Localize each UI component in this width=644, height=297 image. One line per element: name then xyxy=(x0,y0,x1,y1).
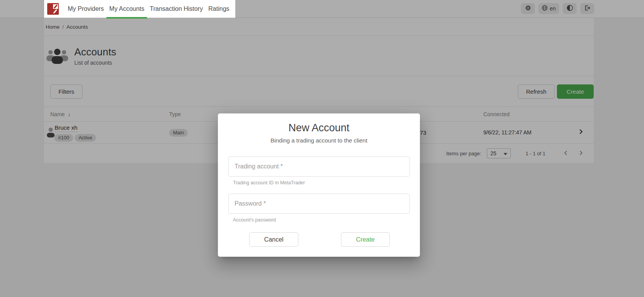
nav-my-providers[interactable]: My Providers xyxy=(65,0,106,18)
nav-ratings[interactable]: Ratings xyxy=(206,0,232,18)
main-nav: My Providers My Accounts Transaction His… xyxy=(44,0,235,18)
new-account-dialog: New Account Binding a trading account to… xyxy=(218,113,420,257)
nav-my-accounts[interactable]: My Accounts xyxy=(106,0,147,18)
cancel-button[interactable]: Cancel xyxy=(249,232,298,247)
dialog-title: New Account xyxy=(218,122,420,134)
brand-logo[interactable] xyxy=(47,3,59,15)
dialog-create-button[interactable]: Create xyxy=(341,232,390,247)
trading-account-hint: Trading account ID in MetaTrader xyxy=(233,180,305,185)
dialog-subtitle: Binding a trading account to the client xyxy=(218,137,420,144)
nav-links: My Providers My Accounts Transaction His… xyxy=(65,0,232,18)
password-input[interactable] xyxy=(228,194,410,214)
nav-my-accounts-label: My Accounts xyxy=(109,5,144,12)
trading-account-input[interactable] xyxy=(228,156,410,177)
nav-transaction-history[interactable]: Transaction History xyxy=(147,0,206,18)
active-tab-ink-bar xyxy=(106,17,147,19)
password-hint: Account's password xyxy=(233,217,276,223)
